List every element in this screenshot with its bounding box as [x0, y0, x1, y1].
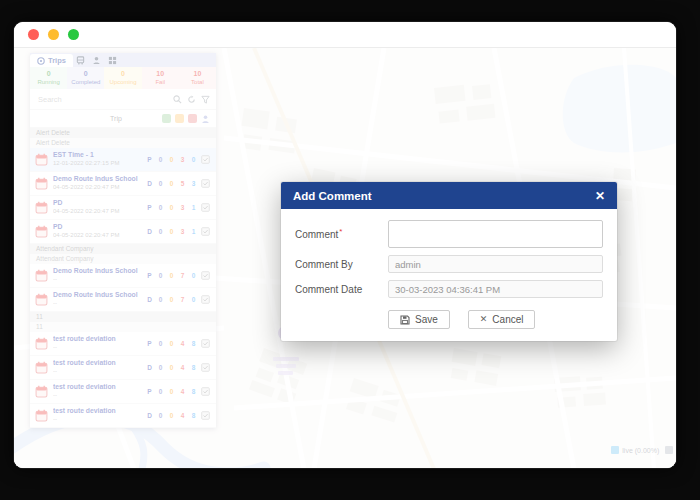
modal-buttons: Save ✕ Cancel — [295, 310, 603, 329]
modal-header: Add Comment ✕ — [281, 182, 617, 209]
comment-input[interactable] — [388, 220, 603, 248]
save-button-label: Save — [415, 314, 438, 325]
maximize-window-button[interactable] — [68, 29, 79, 40]
comment-date-label: Comment Date — [295, 284, 388, 295]
required-asterisk: * — [339, 227, 342, 236]
save-floppy-icon — [400, 315, 410, 325]
comment-label: Comment* — [295, 227, 388, 240]
comment-field-row: Comment* — [295, 220, 603, 248]
window-titlebar — [14, 22, 676, 48]
close-icon[interactable]: ✕ — [595, 190, 605, 202]
comment-by-field-row: Comment By — [295, 255, 603, 273]
close-window-button[interactable] — [28, 29, 39, 40]
add-comment-modal: Add Comment ✕ Comment* Comment By Commen… — [281, 182, 617, 341]
comment-date-input — [388, 280, 603, 298]
save-button[interactable]: Save — [388, 310, 450, 329]
app-content: Trips — [14, 48, 676, 468]
cancel-button[interactable]: ✕ Cancel — [468, 310, 536, 329]
comment-date-field-row: Comment Date — [295, 280, 603, 298]
cancel-x-icon: ✕ — [480, 315, 488, 324]
minimize-window-button[interactable] — [48, 29, 59, 40]
comment-by-label: Comment By — [295, 259, 388, 270]
modal-body: Comment* Comment By Comment Date — [281, 209, 617, 341]
cancel-button-label: Cancel — [492, 314, 523, 325]
browser-window: Trips — [14, 22, 676, 468]
modal-title: Add Comment — [293, 190, 372, 202]
comment-by-input — [388, 255, 603, 273]
